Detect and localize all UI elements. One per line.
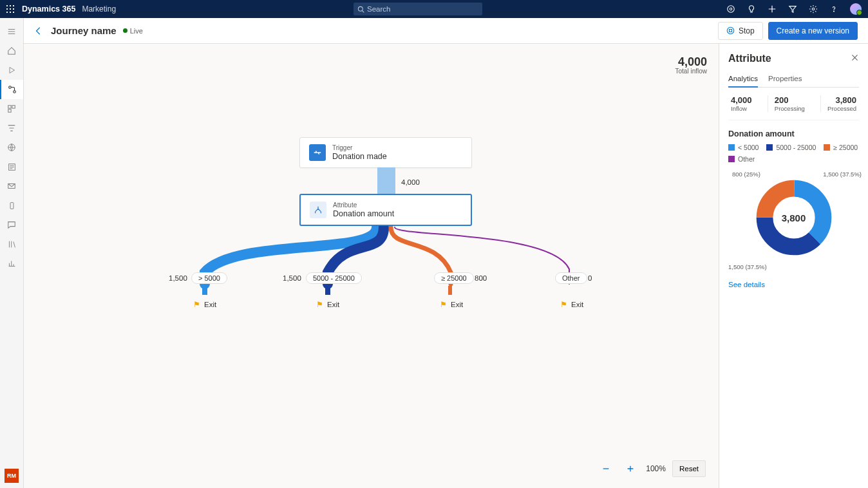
header-actions [726,3,862,15]
stop-label: Stop [739,26,755,35]
legend-label: 5000 - 25000 [776,144,816,151]
app-area: Marketing [82,5,116,14]
branch-count-3: 800 [475,274,487,282]
status-dot [123,28,127,33]
flag-icon: ⚑ [440,300,447,309]
flag-icon: ⚑ [316,300,323,309]
exit-1[interactable]: ⚑Exit [193,300,216,309]
edge-trigger-attribute [377,167,395,194]
nav-journey-icon[interactable] [0,80,23,99]
side-panel: Attribute Analytics Properties 4,000Infl… [719,44,868,488]
zoom-out-button[interactable] [597,460,615,478]
chart-legend: < 5000 5000 - 25000 ≥ 25000 Other [728,144,859,163]
flag-icon: ⚑ [560,300,567,309]
create-version-button[interactable]: Create a new version [768,22,858,40]
zoom-in-button[interactable] [621,460,639,478]
trigger-kicker: Trigger [332,144,387,151]
attribute-node[interactable]: Attribute Donation amount [299,194,472,226]
left-nav: RM [0,18,24,488]
target-icon[interactable] [726,5,735,14]
tick-3 [448,286,452,295]
svg-rect-6 [6,12,8,13]
svg-rect-0 [6,5,8,6]
tab-properties[interactable]: Properties [768,71,802,87]
nav-email-icon[interactable] [0,176,23,196]
stop-button[interactable]: Stop [718,22,763,40]
nav-analytics-icon[interactable] [0,254,23,273]
exit-3[interactable]: ⚑Exit [440,300,463,309]
svg-rect-24 [729,29,731,32]
avatar[interactable] [850,3,862,15]
tab-analytics[interactable]: Analytics [728,71,758,88]
svg-point-11 [730,8,732,10]
journey-canvas[interactable]: 4,000 Total inflow Trigger Donation made [24,44,719,488]
svg-rect-8 [13,12,14,13]
legend-label: ≥ 25000 [833,144,858,151]
zoom-level: 100% [646,464,666,473]
stat-processed-value: 3,800 [827,95,856,105]
exit-4[interactable]: ⚑Exit [560,300,583,309]
svg-rect-4 [10,8,11,10]
svg-point-23 [727,27,734,34]
svg-rect-3 [6,8,8,10]
stat-processed-label: Processed [827,105,856,112]
svg-point-9 [358,6,363,11]
nav-collapse-icon[interactable] [0,22,23,41]
create-version-label: Create a new version [777,26,849,35]
lightbulb-icon[interactable] [747,5,756,14]
branch-pill-4[interactable]: Other [555,272,587,284]
legend-swatch [728,156,735,162]
donut-label-ne: 1,500 (37.5%) [823,171,862,178]
zoom-reset-button[interactable]: Reset [672,460,706,477]
branch-icon [310,202,326,218]
plus-icon[interactable] [768,5,777,14]
nav-play-icon[interactable] [0,61,23,80]
branch-pill-3[interactable]: ≥ 25000 [434,272,474,284]
search-placeholder: Search [367,5,390,13]
see-details-link[interactable]: See details [728,281,859,288]
close-icon[interactable] [851,53,859,64]
svg-rect-1 [10,5,11,6]
trigger-icon [309,144,326,161]
branch-pill-2[interactable]: 5000 - 25000 [306,272,362,284]
chart-title: Donation amount [728,129,859,138]
total-inflow: 4,000 Total inflow [675,55,707,75]
tick-1 [202,286,207,295]
tick-2 [325,286,330,295]
global-search[interactable]: Search [354,3,482,15]
panel-stats: 4,000Inflow 200Processing 3,800Processed [728,88,859,120]
back-button[interactable] [34,26,43,35]
nav-segments-icon[interactable] [0,99,23,118]
persona-badge[interactable]: RM [5,469,19,483]
help-icon[interactable] [829,5,838,14]
legend-swatch [728,144,735,151]
filter-icon[interactable] [788,5,797,14]
exit-2[interactable]: ⚑Exit [316,300,339,309]
branch-count-1: 1,500 [169,274,187,282]
total-inflow-value: 4,000 [675,55,707,69]
gear-icon[interactable] [809,5,818,14]
svg-point-10 [728,6,735,13]
branch-count-4: 0 [588,274,592,282]
attribute-kicker: Attribute [333,202,394,209]
nav-mobile-icon[interactable] [0,196,23,215]
svg-point-13 [833,11,834,12]
nav-home-icon[interactable] [0,41,23,61]
nav-chat-icon[interactable] [0,215,23,234]
svg-rect-5 [13,8,14,10]
nav-library-icon[interactable] [0,234,23,254]
nav-form-icon[interactable] [0,157,23,176]
nav-filters-icon[interactable] [0,118,23,138]
flag-icon: ⚑ [193,300,200,309]
trigger-node[interactable]: Trigger Donation made [299,137,472,168]
stat-processing-value: 200 [775,95,805,105]
stat-processing-label: Processing [775,105,805,112]
legend-label: < 5000 [738,144,759,151]
branch-pill-1[interactable]: > 5000 [191,272,227,284]
svg-rect-17 [12,106,15,108]
donut-chart: 3,800 800 (25%) 1,500 (37.5%) 1,500 (37.… [728,164,859,270]
svg-rect-16 [8,106,11,108]
nav-globe-icon[interactable] [0,138,23,157]
app-launcher-icon[interactable] [6,5,14,13]
command-bar: Journey name Live Stop Create a new vers… [24,18,868,44]
